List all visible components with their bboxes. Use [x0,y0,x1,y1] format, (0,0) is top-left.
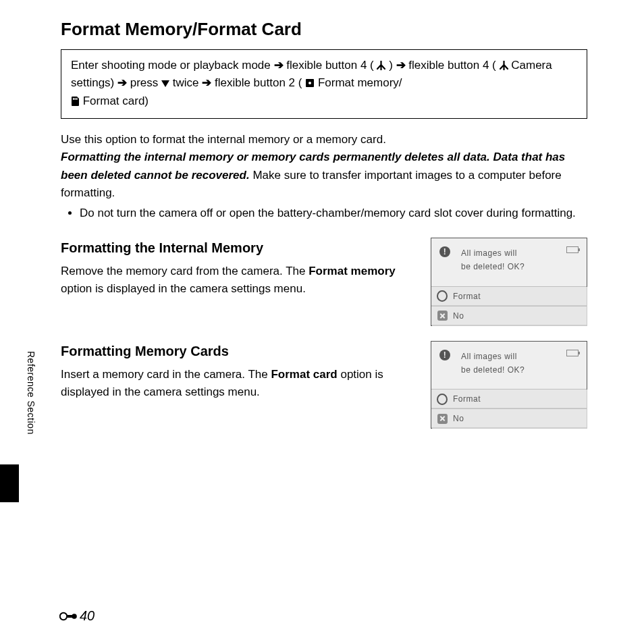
nav-text: ) [389,59,396,72]
option-label: Format [453,292,481,301]
section-heading: Formatting Memory Cards [61,341,414,362]
screen-message: All images will be deleted! OK? [461,246,525,274]
arrow-right-icon: ➔ [202,76,211,89]
body-bold: Format card [271,368,337,381]
body-text: Insert a memory card in the camera. The [61,368,271,381]
svg-rect-3 [75,98,76,100]
nav-text: Format memory/ [318,76,402,89]
page-content: Format Memory/Format Card Enter shooting… [61,19,587,429]
nav-text: twice [173,76,202,89]
arrow-right-icon: ➔ [117,76,127,89]
page-number: 40 [59,608,95,624]
screen-message: All images will be deleted! OK? [461,350,525,377]
screen-option-format: Format [431,389,587,408]
nav-text: press [130,76,161,89]
alert-icon: ! [439,350,450,360]
down-triangle-icon [161,80,169,87]
screen-option-no: No [431,408,587,428]
screen-message-area: ! All images will be deleted! OK? [431,342,587,390]
thumb-index-tab [0,464,19,502]
nav-text: flexible button 2 ( [215,76,302,89]
x-icon [437,413,448,424]
svg-point-5 [60,612,67,619]
page-title: Format Memory/Format Card [61,19,587,40]
msg-line: All images will [461,350,525,363]
screen-message-area: ! All images will be deleted! OK? [431,238,587,286]
intro-text: Use this option to format the internal m… [61,131,587,223]
body-text: option is displayed in the camera settin… [61,282,306,295]
x-icon [437,311,448,321]
msg-line: All images will [461,246,525,260]
body-text: Remove the memory card from the camera. … [61,265,308,277]
intro-line: Use this option to format the internal m… [61,131,587,149]
section-text: Formatting the Internal Memory Remove th… [61,238,414,298]
circle-icon [437,394,448,404]
nav-text: flexible button 4 ( [286,59,373,72]
arrow-right-icon: ➔ [274,59,284,72]
camera-screen-mockup: ! All images will be deleted! OK? Format… [431,238,587,326]
battery-icon [566,350,579,356]
msg-line: be deleted! OK? [461,363,525,377]
page-number-value: 40 [80,608,95,624]
sd-card-icon [71,96,80,106]
section-text: Formatting Memory Cards Insert a memory … [61,341,414,402]
svg-rect-2 [73,98,74,100]
option-label: No [453,311,464,321]
circle-icon [437,291,448,302]
nav-text: Format card) [83,95,149,107]
svg-point-1 [308,82,311,84]
screen-option-no: No [431,306,587,325]
flexible-button-icon [377,61,385,70]
side-tab-label: Reference Section [26,351,36,435]
intro-bullets: Do not turn the camera off or open the b… [61,205,587,222]
alert-icon: ! [439,246,450,257]
camera-screen-mockup: ! All images will be deleted! OK? Format… [431,341,587,429]
body-bold: Format memory [308,265,395,277]
svg-point-7 [72,614,77,619]
bullet-item: Do not turn the camera off or open the b… [80,205,587,222]
option-label: No [453,414,464,423]
nav-text: Enter shooting mode or playback mode [71,59,274,72]
option-label: Format [453,394,481,404]
msg-line: be deleted! OK? [461,260,525,273]
navigation-path-box: Enter shooting mode or playback mode ➔ f… [61,49,587,119]
internal-memory-icon [305,78,315,88]
intro-warning: Formatting the internal memory or memory… [61,149,587,202]
svg-rect-4 [76,98,78,100]
screen-option-format: Format [431,286,587,306]
arrow-right-icon: ➔ [396,59,406,72]
flexible-button-icon [500,61,508,70]
nav-text: flexible button 4 ( [408,59,495,72]
section-internal-memory: Formatting the Internal Memory Remove th… [61,238,587,326]
section-memory-cards: Formatting Memory Cards Insert a memory … [61,341,587,429]
battery-icon [566,246,579,253]
section-heading: Formatting the Internal Memory [61,238,414,259]
reference-section-icon [59,611,77,622]
